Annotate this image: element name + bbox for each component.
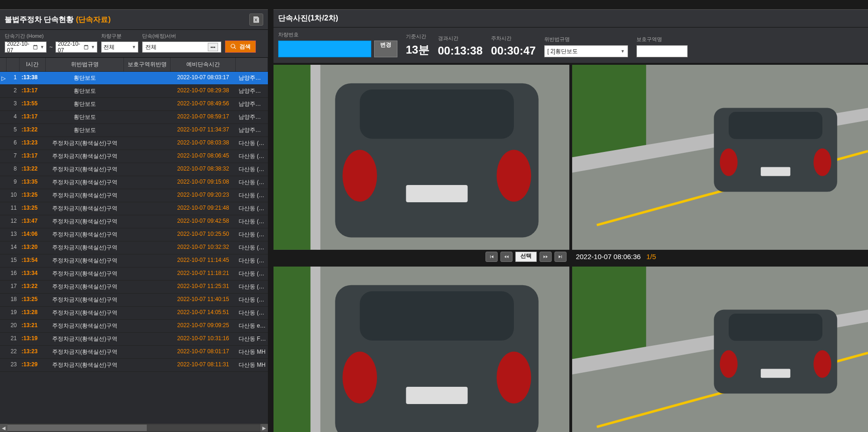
svg-rect-24 [406, 387, 467, 404]
detail-bar: 차량번호 변경 기준시간 13분 경과시간 00:13:38 주차시간 00:3… [273, 27, 868, 63]
svg-rect-21 [360, 291, 514, 341]
table-row[interactable]: 20:13:21주정차금지(황색실선)구역2022-10-07 09:09:25… [0, 320, 268, 333]
table-row[interactable]: 2:13:17횡단보도2022-10-07 08:29:38남양주시청 ; [0, 85, 268, 98]
title-sub: (단속자료) [76, 15, 111, 23]
label-rule: 위반법규명 [544, 36, 628, 43]
horizontal-scrollbar[interactable]: ◀ ▶ [0, 424, 268, 432]
svg-rect-7 [406, 185, 467, 202]
table-row[interactable]: 3:13:55횡단보도2022-10-07 08:49:56남양주시청 ; [0, 98, 268, 111]
zone-select[interactable] [636, 45, 688, 57]
label-period: 단속기간 (Home) [5, 33, 97, 40]
table-row[interactable]: 9:13:35주정차금지(황색실선)구역2022-10-07 09:15:08다… [0, 176, 268, 189]
table-row[interactable]: 6:13:23주정차금지(황색실선)구역2022-10-07 08:03:38다… [0, 137, 268, 150]
table-row[interactable]: 4:13:17횡단보도2022-10-07 08:59:17남양주시청 ; [0, 111, 268, 124]
col-time: l시간 [20, 58, 46, 71]
search-button[interactable]: 검색 [225, 41, 256, 53]
svg-point-22 [342, 351, 377, 403]
calendar-icon [83, 44, 89, 50]
svg-point-31 [720, 350, 738, 377]
svg-rect-33 [761, 369, 791, 377]
shot1-closeup[interactable] [273, 65, 569, 250]
chevron-down-icon: ▼ [621, 49, 625, 54]
svg-rect-1 [273, 65, 317, 250]
search-bar: 단속기간 (Home) 2022-10-07 ▼ ~ 2022-10-07 ▼ [0, 30, 268, 57]
server-browse-button[interactable]: ••• [208, 43, 218, 51]
svg-rect-26 [572, 267, 646, 359]
server-select[interactable]: 전체 ••• [142, 41, 221, 53]
calendar-icon [33, 44, 38, 50]
table-row[interactable]: 5:13:22횡단보도2022-10-07 11:34:37남양주시청 ; [0, 124, 268, 137]
svg-rect-18 [273, 267, 317, 432]
shot1-first-button[interactable] [485, 252, 498, 262]
shot2-wide[interactable] [572, 267, 868, 432]
table-row[interactable]: 17:13:22주정차금지(황색실선)구역2022-10-07 11:25:31… [0, 281, 268, 294]
shot1-wide[interactable] [572, 65, 868, 250]
svg-point-5 [342, 150, 377, 202]
table-row[interactable]: 10:13:25주정차금지(황색실선)구역2022-10-07 09:20:23… [0, 189, 268, 202]
shot1-select-button[interactable]: 선택 [515, 252, 537, 262]
table-row[interactable]: 18:13:25주정차금지(황색실선)구역2022-10-07 11:40:15… [0, 294, 268, 307]
table-row[interactable]: ▷1:13:38횡단보도2022-10-07 08:03:17남양주시청 ; [0, 72, 268, 85]
tilde: ~ [49, 44, 53, 50]
excel-icon [252, 15, 260, 24]
park-time-value: 00:30:47 [491, 44, 536, 57]
scroll-left-icon[interactable]: ◀ [0, 424, 7, 432]
ref-time-value: 13분 [406, 42, 430, 57]
left-panel-header: 불법주정차 단속현황 (단속자료) [0, 9, 268, 30]
svg-rect-30 [729, 314, 822, 341]
col-rule: 위반법규명 [46, 58, 124, 71]
label-ref-time: 기준시간 [406, 33, 430, 40]
label-vehicle-type: 차량구분 [101, 33, 138, 40]
date-to-input[interactable]: 2022-10-07 ▼ [55, 41, 97, 53]
table-row[interactable]: 8:13:22주정차금지(황색실선)구역2022-10-07 08:38:32다… [0, 163, 268, 176]
svg-rect-13 [729, 112, 822, 139]
shot1-prev-button[interactable] [500, 252, 513, 262]
shot1-timestamp: 2022-10-07 08:06:36 [576, 253, 641, 261]
svg-point-14 [720, 148, 738, 176]
scroll-right-icon[interactable]: ▶ [260, 424, 268, 432]
search-icon [230, 43, 237, 50]
table-row[interactable]: 7:13:17주정차금지(황색실선)구역2022-10-07 08:06:45다… [0, 150, 268, 163]
col-pre: 예비단속시간 [171, 58, 236, 71]
right-title: 단속사진(1차/2차) [278, 14, 338, 23]
col-zone: 보호구역위반명 [124, 58, 171, 71]
right-panel-header: 단속사진(1차/2차) [273, 9, 868, 27]
plate-input[interactable] [278, 41, 371, 57]
table-row[interactable]: 11:13:25주정차금지(황색실선)구역2022-10-07 09:21:48… [0, 202, 268, 215]
shot1-controls: 선택 2022-10-07 08:06:36 1/5 [273, 250, 868, 264]
date-from-input[interactable]: 2022-10-07 ▼ [5, 41, 47, 53]
svg-point-23 [497, 351, 531, 403]
table-row[interactable]: 14:13:20주정차금지(황색실선)구역2022-10-07 10:32:32… [0, 241, 268, 254]
shot1-last-button[interactable] [554, 252, 567, 262]
elapsed-value: 00:13:38 [438, 44, 483, 57]
table-row[interactable]: 16:13:34주정차금지(황색실선)구역2022-10-07 11:18:21… [0, 267, 268, 281]
grid-body[interactable]: ▷1:13:38횡단보도2022-10-07 08:03:17남양주시청 ;2:… [0, 72, 268, 424]
shot1-count: 1/5 [646, 253, 656, 261]
grid-header: l시간 위반법규명 보호구역위반명 예비단속시간 [0, 58, 268, 72]
export-excel-button[interactable] [249, 14, 263, 26]
svg-point-15 [813, 148, 831, 176]
change-button[interactable]: 변경 [374, 41, 397, 57]
table-row[interactable]: 21:13:19주정차금지(황색실선)구역2022-10-07 10:31:16… [0, 333, 268, 346]
shot1-next-button[interactable] [540, 252, 552, 262]
table-row[interactable]: 19:13:28주정차금지(황색실선)구역2022-10-07 14:05:51… [0, 307, 268, 320]
shot2-closeup[interactable] [273, 267, 569, 432]
vehicle-type-select[interactable]: 전체 ▼ [101, 41, 138, 53]
svg-rect-19 [310, 267, 320, 432]
title-main: 불법주정차 단속현황 [5, 15, 74, 23]
chevron-down-icon: ▼ [132, 45, 136, 49]
svg-point-6 [497, 150, 531, 202]
table-row[interactable]: 13:14:06주정차금지(황색실선)구역2022-10-07 10:25:50… [0, 228, 268, 241]
svg-rect-4 [360, 89, 514, 139]
rule-select[interactable]: [ 2]횡단보도 ▼ [544, 45, 628, 57]
label-elapsed: 경과시간 [438, 35, 483, 42]
table-row[interactable]: 22:13:23주정차금지(황색실선)구역2022-10-07 08:01:17… [0, 346, 268, 359]
svg-rect-9 [572, 65, 646, 157]
table-row[interactable]: 15:13:54주정차금지(황색실선)구역2022-10-07 11:14:45… [0, 254, 268, 267]
table-row[interactable]: 23:13:29주정차금지(황색실선)구역2022-10-07 08:11:31… [0, 359, 268, 372]
table-row[interactable]: 12:13:47주정차금지(황색실선)구역2022-10-07 09:42:58… [0, 215, 268, 228]
label-server: 단속(배정)서버 [142, 33, 221, 40]
label-plate: 차량번호 [278, 31, 397, 38]
label-zone: 보호구역명 [636, 36, 688, 43]
label-park-time: 주차시간 [491, 35, 536, 42]
